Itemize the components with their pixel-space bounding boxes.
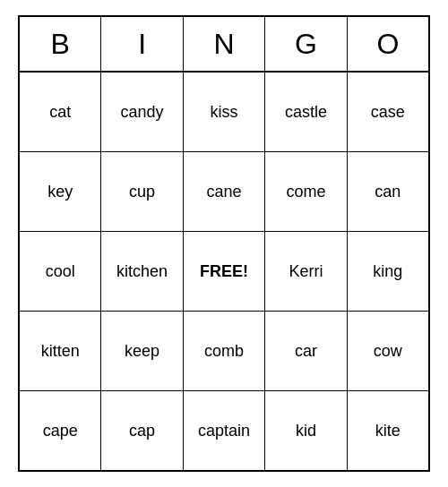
cell-1-4: castle — [265, 73, 347, 151]
header-b: B — [20, 17, 101, 71]
cell-1-5: case — [348, 73, 428, 151]
cell-4-2: keep — [101, 312, 183, 390]
cell-1-3: kiss — [184, 73, 265, 151]
bingo-row-2: key cup cane come can — [20, 152, 428, 232]
cell-2-5: can — [348, 152, 428, 231]
bingo-body: cat candy kiss castle case key cup cane … — [20, 73, 428, 470]
cell-5-3: captain — [184, 391, 265, 470]
cell-5-5: kite — [348, 391, 428, 470]
bingo-card: B I N G O cat candy kiss castle case key… — [18, 15, 430, 472]
cell-5-1: cape — [20, 391, 101, 470]
bingo-row-5: cape cap captain kid kite — [20, 391, 428, 470]
cell-1-2: candy — [101, 73, 183, 151]
bingo-row-1: cat candy kiss castle case — [20, 73, 428, 152]
cell-3-1: cool — [20, 232, 101, 311]
bingo-header: B I N G O — [20, 17, 428, 73]
header-o: O — [348, 17, 428, 71]
header-n: N — [184, 17, 265, 71]
cell-3-3-free: FREE! — [184, 232, 265, 311]
cell-2-4: come — [265, 152, 347, 231]
cell-3-4: Kerri — [265, 232, 347, 311]
header-g: G — [265, 17, 347, 71]
cell-2-1: key — [20, 152, 101, 231]
cell-4-3: comb — [184, 312, 265, 390]
cell-5-2: cap — [101, 391, 183, 470]
cell-4-1: kitten — [20, 312, 101, 390]
header-i: I — [101, 17, 183, 71]
cell-5-4: kid — [265, 391, 347, 470]
cell-3-5: king — [348, 232, 428, 311]
cell-2-3: cane — [184, 152, 265, 231]
cell-3-2: kitchen — [101, 232, 183, 311]
cell-2-2: cup — [101, 152, 183, 231]
cell-1-1: cat — [20, 73, 101, 151]
bingo-row-3: cool kitchen FREE! Kerri king — [20, 232, 428, 312]
bingo-row-4: kitten keep comb car cow — [20, 312, 428, 391]
cell-4-5: cow — [348, 312, 428, 390]
cell-4-4: car — [265, 312, 347, 390]
